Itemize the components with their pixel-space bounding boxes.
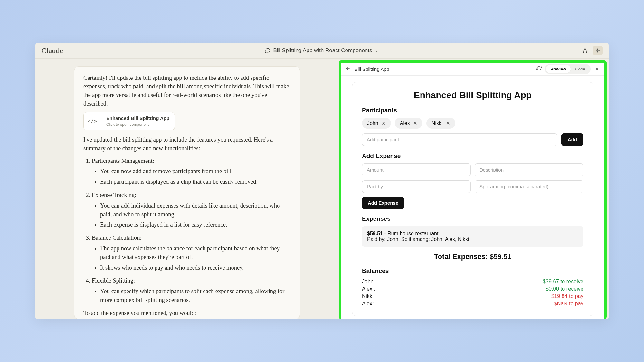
split-among-input[interactable]: [475, 180, 583, 193]
participant-name: Nikki: [431, 120, 443, 126]
balance-value: $39.67 to receive: [543, 278, 583, 284]
star-button[interactable]: [580, 46, 590, 55]
code-icon: </>: [84, 112, 101, 130]
balances-heading: Balances: [362, 267, 583, 274]
paid-by-input[interactable]: [362, 180, 471, 193]
feature-title: Participants Management:: [92, 158, 154, 164]
feature-item: Balance Calculation:The app now calculat…: [92, 234, 291, 272]
participant-chip: Nikki✕: [426, 118, 455, 129]
feature-bullet: The app now calculates the balance for e…: [100, 244, 291, 262]
balance-value: $0.00 to receive: [546, 286, 583, 292]
features-list: Participants Management:You can now add …: [83, 157, 291, 304]
settings-button[interactable]: [593, 46, 603, 55]
expenses-heading: Expenses: [362, 215, 583, 222]
refresh-button[interactable]: [536, 66, 542, 72]
sliders-icon: [595, 48, 601, 53]
close-button[interactable]: ×: [594, 66, 600, 72]
add-expense-button[interactable]: Add Expense: [362, 197, 404, 209]
remove-participant-button[interactable]: ✕: [446, 120, 450, 126]
balance-row: Alex:$NaN to pay: [362, 301, 583, 307]
balance-row: Alex :$0.00 to receive: [362, 286, 583, 292]
participant-chip: Alex✕: [395, 118, 422, 129]
back-button[interactable]: [346, 66, 351, 72]
expense-amount: $59.51: [367, 231, 383, 236]
feature-item: Participants Management:You can now add …: [92, 157, 291, 186]
feature-bullet: You can add individual expenses with det…: [100, 201, 291, 219]
balances-list: John:$39.67 to receiveAlex :$0.00 to rec…: [362, 278, 583, 307]
participants-section: Participants John✕Alex✕Nikki✕ Add: [362, 107, 583, 146]
chat-pane: Certainly! I'll update the bill splittin…: [35, 59, 339, 319]
remove-participant-button[interactable]: ✕: [413, 120, 417, 126]
participant-chip: John✕: [362, 118, 391, 129]
add-expense-section: Add Expense Add Expense: [362, 153, 583, 209]
component-card[interactable]: </> Enhanced Bill Splitting App Click to…: [83, 112, 175, 130]
participants-heading: Participants: [362, 107, 583, 114]
feature-bullet: You can now add and remove participants …: [100, 167, 291, 176]
artifact-highlight: Bill Splitting App Preview Code ×: [339, 60, 607, 319]
tab-code[interactable]: Code: [571, 65, 590, 73]
message-summary-intro: I've updated the bill splitting app to i…: [83, 135, 291, 153]
brand-logo: Claude: [41, 46, 63, 55]
feature-title: Balance Calculation:: [92, 235, 142, 241]
tab-preview[interactable]: Preview: [546, 65, 571, 73]
balances-section: Balances John:$39.67 to receiveAlex :$0.…: [362, 267, 583, 307]
total-expenses: Total Expenses: $59.51: [362, 253, 583, 261]
balance-value: $19.84 to pay: [551, 293, 583, 299]
svg-point-5: [598, 50, 599, 51]
app-title: Enhanced Bill Splitting App: [362, 90, 583, 100]
balance-name: John:: [362, 278, 375, 284]
chevron-down-icon: ⌄: [375, 48, 379, 53]
message-intro: Certainly! I'll update the bill splittin…: [83, 74, 291, 108]
remove-participant-button[interactable]: ✕: [382, 120, 386, 126]
topbar: Claude Bill Splitting App with React Com…: [35, 43, 609, 59]
expenses-section: Expenses $59.51 - Rum house restaurant P…: [362, 215, 583, 261]
component-card-title: Enhanced Bill Splitting App: [106, 115, 169, 122]
feature-item: Flexible Splitting:You can specify which…: [92, 276, 291, 304]
balance-name: Nikki:: [362, 293, 375, 299]
feature-item: Expense Tracking:You can add individual …: [92, 191, 291, 229]
artifact-actions: Preview Code ×: [536, 64, 600, 74]
artifact-title: Bill Splitting App: [355, 66, 533, 72]
expense-detail: Paid by: John, Split among: John, Alex, …: [367, 237, 578, 242]
svg-marker-0: [583, 48, 588, 53]
feature-bullet: Each participant is displayed as a chip …: [100, 178, 291, 186]
expense-item: $59.51 - Rum house restaurant Paid by: J…: [362, 226, 583, 247]
participant-name: John: [367, 120, 378, 126]
conversation-title[interactable]: Bill Splitting App with React Components…: [63, 47, 580, 54]
app-card: Enhanced Bill Splitting App Participants…: [352, 82, 593, 316]
amount-input[interactable]: [362, 163, 471, 176]
view-toggle: Preview Code: [545, 64, 591, 74]
balance-name: Alex:: [362, 301, 374, 307]
artifact-pane: Bill Splitting App Preview Code ×: [339, 60, 607, 319]
description-input[interactable]: [475, 163, 583, 176]
content-area: Certainly! I'll update the bill splittin…: [35, 59, 609, 319]
svg-point-6: [597, 51, 598, 52]
instructions-intro: To add the expense you mentioned, you wo…: [83, 309, 291, 318]
feature-bullet: You can specify which participants to sp…: [100, 287, 291, 304]
assistant-message: Certainly! I'll update the bill splittin…: [74, 66, 300, 319]
add-participant-button[interactable]: Add: [561, 133, 583, 146]
arrow-left-icon: [346, 66, 351, 71]
balance-row: John:$39.67 to receive: [362, 278, 583, 284]
star-icon: [582, 48, 588, 53]
feature-bullet: Each expense is displayed in a list for …: [100, 220, 291, 229]
refresh-icon: [536, 66, 542, 71]
app-frame: Claude Bill Splitting App with React Com…: [35, 43, 609, 319]
component-card-subtitle: Click to open component: [106, 122, 169, 127]
participant-chips: John✕Alex✕Nikki✕: [362, 118, 583, 129]
top-actions: [580, 46, 603, 55]
expense-desc: - Rum house restaurant: [383, 231, 439, 236]
add-expense-heading: Add Expense: [362, 153, 583, 160]
feature-bullet: It shows who needs to pay and who needs …: [100, 264, 291, 272]
feature-title: Flexible Splitting:: [92, 277, 135, 284]
preview-body: Enhanced Bill Splitting App Participants…: [341, 76, 604, 319]
add-participant-input[interactable]: [362, 133, 557, 146]
conversation-title-text: Bill Splitting App with React Components: [273, 47, 372, 54]
feature-title: Expense Tracking:: [92, 192, 136, 198]
artifact-header: Bill Splitting App Preview Code ×: [341, 63, 604, 76]
balance-name: Alex :: [362, 286, 375, 292]
svg-point-4: [597, 49, 598, 50]
participant-name: Alex: [400, 120, 410, 126]
chat-icon: [265, 48, 270, 53]
balance-row: Nikki:$19.84 to pay: [362, 293, 583, 299]
